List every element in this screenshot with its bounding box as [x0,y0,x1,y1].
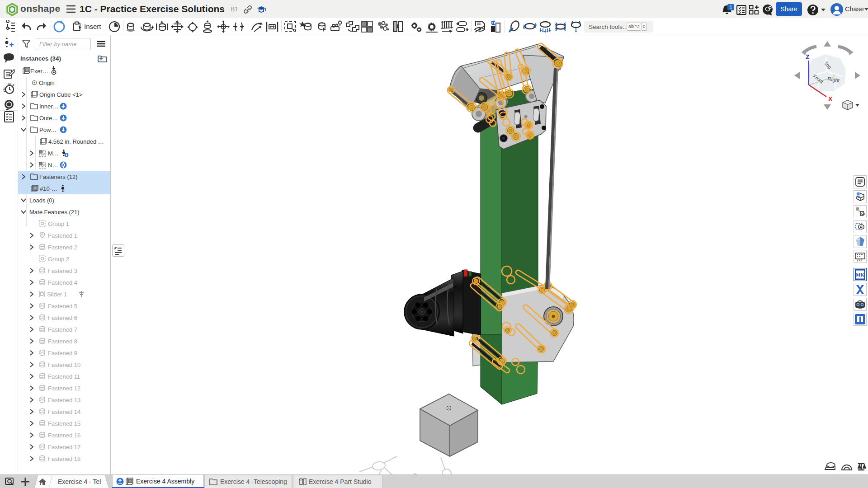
svg-text:Y: Y [832,73,836,79]
svg-text:Exercise 4 - Tel: Exercise 4 - Tel [58,478,101,485]
svg-text:X: X [828,95,833,103]
svg-text:Z: Z [806,53,810,61]
svg-text:MK: MK [856,272,864,277]
svg-text:1: 1 [729,5,732,10]
svg-text:(x): (x) [857,258,862,262]
